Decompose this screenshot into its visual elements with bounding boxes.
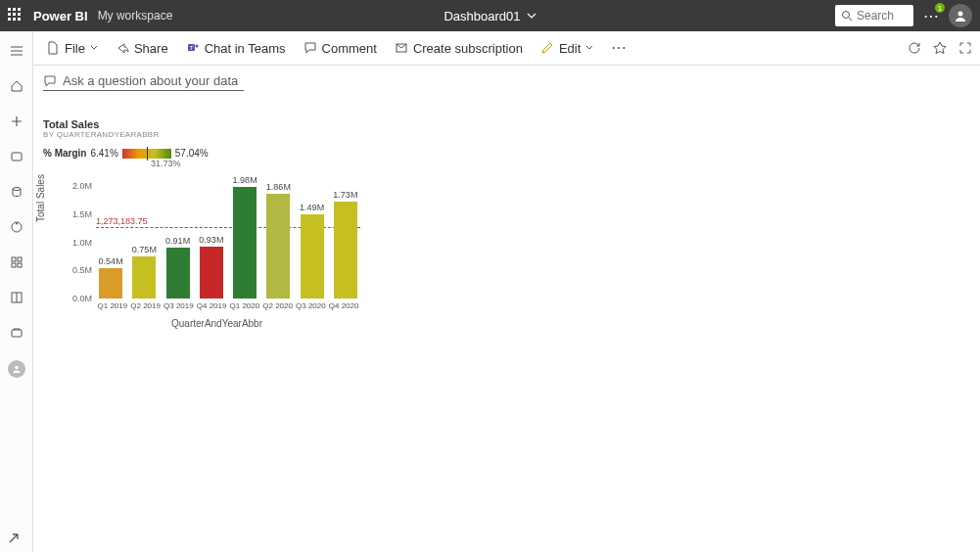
notification-badge: 1 — [935, 3, 945, 13]
bar[interactable]: 0.75M — [129, 256, 159, 299]
dashboard-name-label: Dashboard01 — [443, 9, 520, 23]
chat-icon — [43, 74, 57, 88]
svg-text:T: T — [189, 45, 193, 51]
xtick: Q4 2020 — [327, 301, 360, 310]
legend-min: 6.41% — [90, 148, 117, 159]
home-icon[interactable] — [9, 78, 24, 94]
app-launcher-icon[interactable] — [8, 8, 23, 23]
xtick: Q2 2020 — [261, 301, 295, 310]
search-icon — [841, 10, 853, 22]
apps-icon[interactable] — [9, 254, 24, 270]
ytick: 0.5M — [67, 265, 92, 275]
comment-button[interactable]: Comment — [297, 37, 384, 60]
svg-rect-13 — [12, 330, 22, 337]
dashboard-canvas: Ask a question about your data Total Sal… — [33, 66, 980, 552]
plus-icon[interactable] — [9, 114, 24, 129]
edit-button[interactable]: Edit — [534, 37, 600, 60]
search-input[interactable] — [857, 9, 906, 23]
bar[interactable]: 1.49M — [298, 214, 327, 299]
file-button[interactable]: File — [39, 37, 105, 60]
svg-point-2 — [958, 12, 963, 17]
xtick: Q3 2019 — [162, 301, 195, 310]
legend-max: 57.04% — [175, 148, 209, 159]
expand-arrow-icon[interactable] — [8, 532, 20, 544]
refresh-button[interactable] — [908, 41, 921, 55]
chevron-down-icon — [527, 11, 537, 21]
bar-label: 1.86M — [258, 182, 298, 192]
pencil-icon — [540, 41, 554, 55]
subscribe-button[interactable]: Create subscription — [388, 37, 530, 60]
chart-tile[interactable]: Total Sales By QuarterAndYearAbbr % Marg… — [43, 118, 391, 323]
bar[interactable]: 0.91M — [163, 248, 193, 299]
bar-chart: Total Sales 0.0M0.5M1.0M1.5M2.0M1,273,18… — [43, 176, 391, 323]
plot-area: 0.0M0.5M1.0M1.5M2.0M1,273,183.750.54M0.7… — [96, 186, 360, 299]
header-right: ⋯ 1 — [835, 4, 972, 27]
search-box[interactable] — [835, 5, 913, 26]
qa-box[interactable]: Ask a question about your data — [43, 71, 244, 91]
global-header: Power BI My workspace Dashboard01 ⋯ 1 — [0, 0, 980, 31]
fullscreen-button[interactable] — [958, 41, 972, 55]
chevron-down-icon — [585, 44, 593, 52]
browse-icon[interactable] — [9, 149, 24, 164]
xtick: Q3 2020 — [294, 301, 327, 310]
share-label: Share — [134, 41, 168, 56]
dashboard-name-dropdown[interactable]: Dashboard01 — [443, 9, 536, 23]
color-legend: % Margin 6.41% 57.04% — [43, 148, 391, 159]
bar-label: 0.75M — [124, 245, 163, 254]
bar[interactable]: 0.54M — [96, 268, 125, 299]
share-button[interactable]: Share — [109, 37, 175, 60]
xaxis-label: QuarterAndYearAbbr — [171, 318, 262, 329]
xtick: Q4 2019 — [195, 301, 228, 310]
share-icon — [116, 41, 129, 55]
svg-point-14 — [15, 366, 19, 370]
comment-icon — [303, 41, 317, 55]
svg-rect-8 — [18, 257, 22, 261]
svg-point-6 — [16, 223, 18, 225]
more-button[interactable]: ⋯ — [604, 40, 633, 56]
ytick: 2.0M — [67, 181, 92, 191]
legend-mid: 31.73% — [151, 159, 391, 168]
more-options-button[interactable]: ⋯ 1 — [921, 6, 941, 25]
bar-label: 1.49M — [293, 203, 332, 212]
bar[interactable]: 1.98M — [230, 187, 259, 299]
my-workspace-avatar[interactable] — [8, 360, 25, 378]
teams-button[interactable]: T Chat in Teams — [179, 37, 293, 60]
file-label: File — [65, 41, 85, 56]
bar-label: 1.73M — [326, 190, 365, 200]
bar-label: 0.93M — [192, 235, 231, 245]
bar[interactable]: 1.86M — [263, 194, 293, 299]
bar[interactable]: 1.73M — [331, 202, 360, 299]
xtick: Q2 2019 — [129, 301, 163, 310]
data-hub-icon[interactable] — [9, 184, 24, 200]
bars-group: 0.54M0.75M0.91M0.93M1.98M1.86M1.49M1.73M — [96, 186, 360, 299]
chevron-down-icon — [90, 44, 98, 52]
command-bar-right — [908, 41, 972, 55]
command-bar: File Share T Chat in Teams Comment Creat… — [0, 31, 980, 66]
comment-label: Comment — [322, 41, 377, 56]
file-icon — [46, 41, 60, 55]
ellipsis-icon: ⋯ — [611, 44, 627, 52]
header-left: Power BI My workspace — [8, 8, 172, 23]
svg-point-0 — [843, 12, 850, 19]
bar[interactable]: 0.93M — [197, 247, 226, 299]
menu-icon[interactable] — [9, 43, 24, 59]
svg-point-4 — [13, 188, 21, 191]
metrics-icon[interactable] — [9, 219, 24, 235]
workspace-label[interactable]: My workspace — [98, 9, 173, 23]
edit-label: Edit — [559, 41, 581, 56]
left-nav-rail — [0, 31, 33, 552]
subscribe-label: Create subscription — [413, 41, 523, 56]
xtick: Q1 2019 — [96, 301, 129, 310]
learn-icon[interactable] — [9, 290, 24, 305]
svg-rect-7 — [12, 257, 16, 261]
svg-point-17 — [195, 45, 198, 48]
svg-rect-9 — [12, 263, 16, 267]
legend-measure-label: % Margin — [43, 148, 86, 159]
chart-title: Total Sales — [43, 118, 391, 130]
ytick: 1.5M — [67, 209, 92, 219]
user-avatar[interactable] — [949, 4, 972, 27]
ytick: 1.0M — [67, 238, 92, 248]
favorite-button[interactable] — [933, 41, 947, 55]
xtick: Q1 2020 — [228, 301, 261, 310]
workspaces-icon[interactable] — [9, 325, 24, 341]
